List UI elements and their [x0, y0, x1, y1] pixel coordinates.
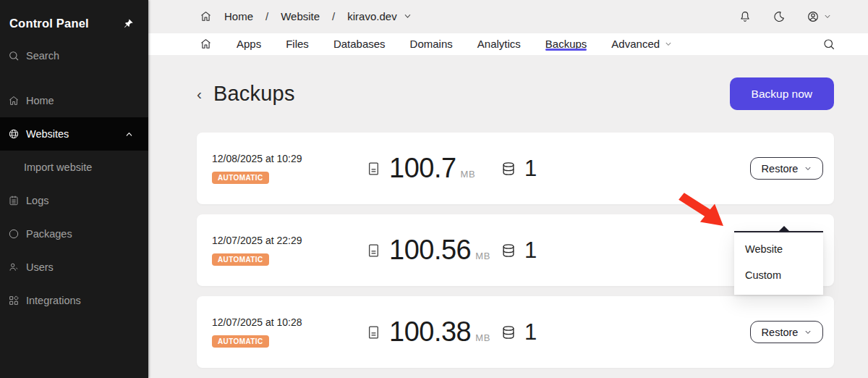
restore-dropdown-menu: Website Custom [734, 231, 823, 295]
backup-type-badge: AUTOMATIC [212, 253, 269, 266]
backup-now-button[interactable]: Backup now [730, 77, 834, 110]
sidebar-item-label: Home [26, 95, 54, 106]
restore-button-label: Restore [762, 163, 799, 175]
sidebar-item-label: Websites [26, 128, 69, 140]
tab-apps[interactable]: Apps [237, 33, 261, 55]
backup-row: 12/07/2025 at 10:28 AUTOMATIC 100.38MB 1… [197, 296, 834, 368]
bell-icon[interactable] [739, 10, 752, 23]
backup-size-unit: MB [475, 332, 490, 343]
backup-type-badge: AUTOMATIC [212, 172, 269, 184]
restore-button[interactable]: Restore [750, 157, 823, 180]
caret-up-icon [779, 226, 789, 231]
backup-size: 100.7MB [367, 153, 501, 184]
breadcrumb: Home / Website / kiravo.dev [200, 10, 412, 22]
app-title: Control Panel [9, 17, 89, 30]
backup-size-unit: MB [461, 169, 476, 180]
breadcrumb-website[interactable]: Website [281, 10, 320, 22]
backup-db-count: 1 [524, 319, 537, 345]
tab-home[interactable] [200, 33, 212, 55]
file-icon [367, 161, 380, 176]
integrations-icon [8, 295, 20, 306]
file-icon [367, 243, 380, 258]
tab-databases[interactable]: Databases [333, 33, 386, 55]
main-area: Home / Website / kiravo.dev [148, 0, 868, 378]
tab-backups[interactable]: Backups [545, 33, 587, 55]
sidebar-item-websites[interactable]: Websites [0, 117, 148, 151]
sidebar-item-label: Search [26, 50, 59, 62]
sidebar-item-integrations[interactable]: Integrations [0, 284, 148, 317]
site-tabbar: Apps Files Databases Domains Analytics B… [148, 33, 868, 55]
logs-icon [8, 195, 20, 206]
breadcrumb-separator: / [332, 10, 335, 22]
sidebar-item-label: Users [26, 261, 54, 273]
backup-size: 100.56MB [367, 235, 501, 266]
users-icon [8, 261, 20, 273]
backup-date: 12/07/2025 at 22:29 [212, 235, 367, 246]
backup-type-badge: AUTOMATIC [212, 335, 269, 348]
backup-db-count: 1 [524, 156, 537, 182]
chevron-down-icon [804, 329, 812, 336]
chevron-down-icon [824, 13, 831, 20]
backup-date: 12/08/2025 at 10:29 [212, 153, 367, 164]
backup-db-count: 1 [524, 238, 537, 264]
backup-size-value: 100.38 [389, 316, 471, 348]
page-title: Backups [213, 82, 295, 106]
backup-databases: 1 [501, 238, 537, 264]
search-icon [8, 50, 20, 62]
restore-option-website[interactable]: Website [734, 236, 823, 262]
home-icon[interactable] [200, 10, 212, 22]
chevron-up-icon [125, 130, 133, 138]
moon-icon[interactable] [773, 10, 786, 23]
globe-icon [8, 128, 20, 140]
sidebar-item-home[interactable]: Home [0, 84, 148, 117]
chevron-down-icon [665, 41, 672, 48]
backup-databases: 1 [501, 319, 537, 345]
sidebar-item-packages[interactable]: Packages [0, 217, 148, 251]
restore-button-label: Restore [762, 327, 799, 338]
breadcrumb-site-label: kiravo.dev [347, 10, 396, 22]
chevron-down-icon [804, 165, 812, 172]
backup-meta: 12/07/2025 at 22:29 AUTOMATIC [212, 235, 367, 266]
packages-icon [8, 228, 20, 240]
user-circle-icon [807, 10, 820, 23]
backup-meta: 12/07/2025 at 10:28 AUTOMATIC [212, 316, 367, 348]
sidebar-item-logs[interactable]: Logs [0, 184, 148, 217]
sidebar-item-label: Packages [26, 228, 72, 240]
breadcrumb-home[interactable]: Home [224, 10, 253, 22]
backup-date: 12/07/2025 at 10:28 [212, 316, 367, 328]
restore-option-custom[interactable]: Custom [734, 262, 823, 288]
back-button[interactable]: ‹ [197, 86, 202, 101]
backup-row: 12/08/2025 at 10:29 AUTOMATIC 100.7MB 1 … [197, 133, 834, 204]
backup-size-unit: MB [475, 251, 490, 261]
sidebar-item-import-website[interactable]: Import website [0, 151, 148, 184]
app-root: Control Panel Search Home Websites Impor… [0, 0, 868, 378]
tab-advanced-label: Advanced [611, 38, 660, 50]
restore-button[interactable]: Restore [750, 321, 823, 343]
sidebar-item-users[interactable]: Users [0, 251, 148, 284]
sidebar-item-label: Integrations [26, 295, 81, 306]
tab-files[interactable]: Files [286, 33, 309, 55]
chevron-down-icon [404, 12, 412, 20]
pin-icon[interactable] [123, 18, 134, 29]
backup-databases: 1 [501, 156, 537, 182]
tab-search-button[interactable] [822, 38, 835, 51]
tab-domains[interactable]: Domains [410, 33, 453, 55]
topbar-actions [739, 10, 831, 23]
tab-advanced[interactable]: Advanced [611, 33, 672, 55]
page-title-row: ‹ Backups Backup now [197, 77, 834, 110]
sidebar-item-label: Import website [24, 161, 92, 173]
sidebar-item-search[interactable]: Search [0, 39, 148, 72]
breadcrumb-separator: / [265, 10, 268, 22]
search-icon [822, 38, 835, 51]
tab-analytics[interactable]: Analytics [477, 33, 521, 55]
account-menu[interactable] [807, 10, 831, 23]
home-icon [8, 95, 20, 106]
sidebar: Control Panel Search Home Websites Impor… [0, 0, 148, 378]
file-icon [367, 325, 380, 340]
home-icon [200, 38, 212, 50]
database-icon [501, 324, 516, 340]
topbar: Home / Website / kiravo.dev [148, 0, 868, 33]
breadcrumb-site-selector[interactable]: kiravo.dev [347, 10, 411, 22]
backups-page: ‹ Backups Backup now 12/08/2025 at 10:29… [148, 55, 868, 378]
sidebar-item-label: Logs [26, 195, 48, 206]
